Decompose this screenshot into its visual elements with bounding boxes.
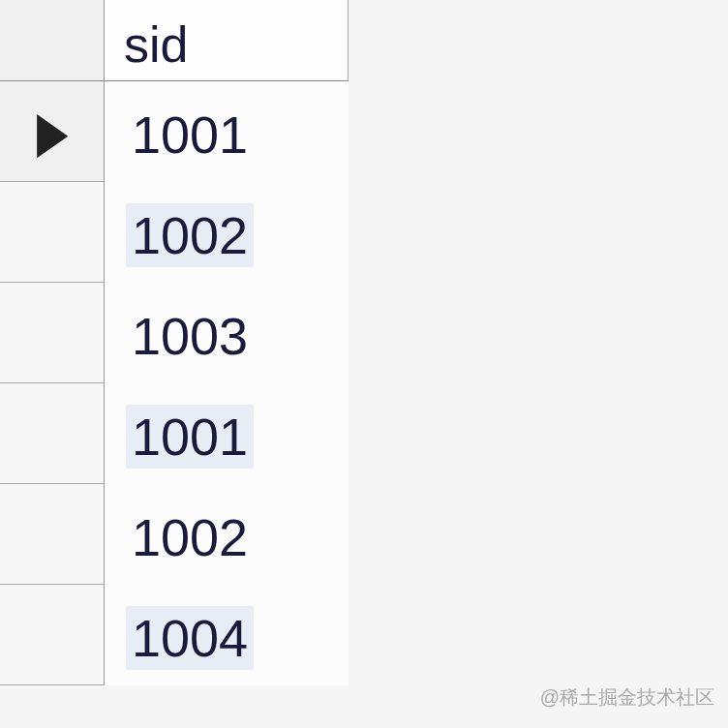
column-header-sid[interactable]: sid	[105, 0, 349, 80]
cell-value: 1002	[126, 505, 254, 569]
cell-value: 1001	[126, 405, 254, 469]
row-selector[interactable]	[0, 585, 105, 685]
row-selector[interactable]	[0, 283, 105, 383]
row-selector[interactable]	[0, 182, 105, 283]
data-cell[interactable]: 1002	[105, 182, 349, 283]
data-cell[interactable]: 1001	[105, 383, 349, 484]
table-row[interactable]: 1002	[0, 484, 349, 585]
row-selector[interactable]: ▶	[0, 81, 105, 182]
cell-value: 1003	[126, 304, 254, 368]
data-cell[interactable]: 1002	[105, 484, 349, 585]
current-row-arrow-icon: ▶	[37, 98, 68, 165]
table-row[interactable]: 1001	[0, 383, 349, 484]
table-row[interactable]: ▶1001	[0, 81, 349, 182]
cell-value: 1004	[126, 606, 254, 670]
table-row[interactable]: 1003	[0, 283, 349, 383]
cell-value: 1001	[126, 103, 254, 167]
data-grid[interactable]: sid ▶100110021003100110021004	[0, 0, 349, 685]
watermark-text: @稀土掘金技术社区	[540, 684, 714, 711]
row-selector[interactable]	[0, 383, 105, 484]
grid-header-row: sid	[0, 0, 349, 81]
table-row[interactable]: 1004	[0, 585, 349, 685]
table-row[interactable]: 1002	[0, 182, 349, 283]
data-cell[interactable]: 1003	[105, 283, 349, 383]
cell-value: 1002	[126, 203, 254, 267]
data-cell[interactable]: 1001	[105, 81, 349, 182]
data-cell[interactable]: 1004	[105, 585, 349, 685]
row-selector[interactable]	[0, 484, 105, 585]
row-selector-header[interactable]	[0, 0, 105, 80]
